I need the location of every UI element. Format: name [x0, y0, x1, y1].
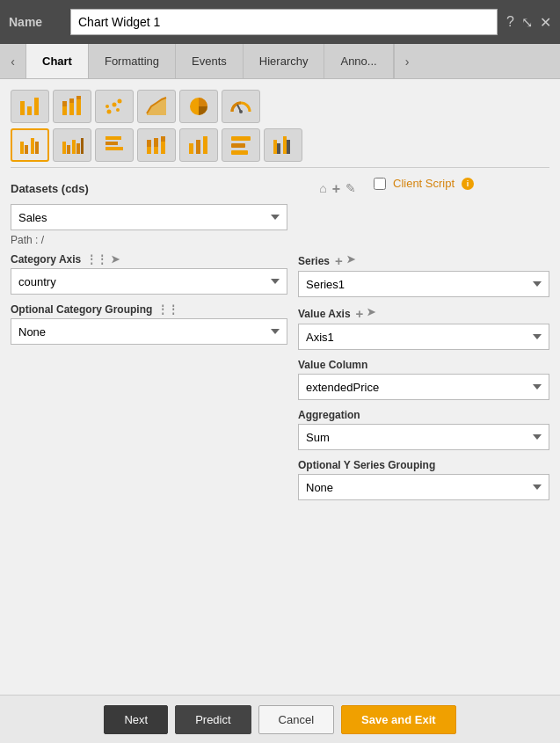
tab-right-arrow[interactable]: ›: [394, 44, 420, 78]
svg-rect-2: [34, 98, 39, 115]
optional-y-dropdown[interactable]: None country city: [298, 474, 549, 500]
chart-type-bar7[interactable]: [264, 128, 302, 162]
chart-type-bar3[interactable]: [95, 128, 134, 162]
client-script-checkbox[interactable]: [374, 178, 386, 190]
aggregation-dropdown[interactable]: Sum Count Average Min Max: [298, 424, 549, 450]
chart-type-scatter[interactable]: [95, 90, 134, 123]
datasets-label: Datasets (cds): [11, 182, 319, 195]
svg-point-11: [118, 99, 122, 104]
aggregation-label: Aggregation: [298, 409, 360, 421]
svg-rect-27: [105, 142, 118, 145]
value-axis-add-icon[interactable]: +: [356, 306, 364, 321]
svg-rect-21: [62, 142, 66, 154]
series-wrapper: Series1 Series2: [298, 271, 549, 297]
next-button[interactable]: Next: [104, 705, 168, 734]
chart-type-bar5[interactable]: [179, 128, 218, 162]
optional-y-label: Optional Y Series Grouping: [298, 459, 435, 471]
main-container: Name ? ⤡ ✕ ‹ Chart Formatting Events Hie…: [0, 0, 560, 743]
chart-type-row2: [11, 128, 549, 162]
svg-point-12: [105, 105, 109, 108]
svg-rect-39: [231, 143, 245, 148]
optional-cat-wrapper: None country city: [11, 318, 287, 345]
chart-type-bar6[interactable]: [222, 128, 260, 162]
datasets-home-icon[interactable]: ⌂: [319, 181, 326, 197]
value-axis-label: Value Axis: [298, 308, 351, 320]
series-add-icon[interactable]: +: [335, 253, 343, 268]
save-exit-button[interactable]: Save and Exit: [341, 705, 456, 734]
chart-type-bar[interactable]: [11, 90, 49, 123]
predict-button[interactable]: Predict: [175, 705, 251, 734]
datasets-select-wrapper: Sales: [11, 204, 287, 230]
svg-rect-4: [62, 101, 67, 106]
title-bar: Name ? ⤡ ✕: [0, 0, 560, 44]
help-icon[interactable]: ?: [506, 14, 514, 31]
chart-type-bar4[interactable]: [137, 128, 176, 162]
value-column-wrapper: extendedPrice quantity price: [298, 374, 549, 400]
svg-rect-40: [231, 150, 248, 155]
datasets-add-icon[interactable]: +: [332, 181, 340, 197]
svg-rect-38: [231, 136, 251, 141]
svg-rect-3: [62, 106, 67, 115]
optional-cat-tree-icon[interactable]: ⋮⋮: [157, 303, 178, 316]
close-icon[interactable]: ✕: [540, 14, 551, 31]
svg-rect-7: [76, 99, 81, 115]
value-axis-header: Value Axis + ➤: [298, 306, 549, 321]
tab-anno[interactable]: Anno...: [324, 44, 393, 78]
svg-rect-43: [283, 136, 287, 154]
tab-formatting[interactable]: Formatting: [89, 44, 176, 78]
path-row: Path : /: [11, 234, 549, 246]
value-column-header: Value Column: [298, 359, 549, 371]
series-arrow-icon[interactable]: ➤: [346, 253, 355, 268]
optional-y-wrapper: None country city: [298, 474, 549, 500]
optional-cat-label: Optional Category Grouping: [11, 303, 152, 316]
tab-events[interactable]: Events: [176, 44, 244, 78]
svg-rect-37: [203, 136, 207, 154]
svg-point-9: [107, 110, 112, 114]
svg-rect-24: [76, 143, 80, 154]
datasets-dropdown[interactable]: Sales: [11, 204, 287, 230]
widget-name-input[interactable]: [70, 9, 498, 35]
optional-cat-header: Optional Category Grouping ⋮⋮: [11, 303, 287, 316]
series-dropdown[interactable]: Series1 Series2: [298, 271, 549, 297]
value-axis-dropdown[interactable]: Axis1 Axis2: [298, 324, 549, 350]
series-icons: + ➤: [335, 253, 355, 268]
value-axis-arrow-icon[interactable]: ➤: [367, 306, 375, 321]
chart-type-pie[interactable]: [179, 90, 218, 123]
svg-rect-26: [105, 147, 123, 150]
right-column: Series + ➤ Series1 Series2 Value Axis: [298, 253, 549, 509]
resize-icon[interactable]: ⤡: [521, 14, 533, 31]
chart-type-bar2[interactable]: [53, 128, 91, 162]
client-script-label[interactable]: Client Script: [393, 177, 455, 190]
name-label: Name: [9, 15, 62, 29]
cancel-button[interactable]: Cancel: [258, 705, 334, 734]
chart-type-stacked[interactable]: [53, 90, 91, 123]
svg-point-10: [113, 103, 117, 107]
content-area: Datasets (cds) ⌂ + ✎ Client Script i Sal…: [0, 79, 560, 695]
datasets-edit-icon[interactable]: ✎: [345, 181, 356, 197]
value-column-dropdown[interactable]: extendedPrice quantity price: [298, 374, 549, 400]
category-axis-dropdown[interactable]: country city product: [11, 268, 287, 295]
chart-type-grouped-bar[interactable]: [11, 128, 49, 162]
left-column: Category Axis ⋮⋮ ➤ country city product: [11, 253, 287, 509]
chart-type-row1: [11, 90, 549, 123]
chart-type-area[interactable]: [137, 90, 176, 123]
optional-cat-dropdown[interactable]: None country city: [11, 318, 287, 345]
tab-chart[interactable]: Chart: [26, 44, 89, 78]
value-column-label: Value Column: [298, 359, 367, 371]
svg-point-13: [116, 108, 120, 112]
svg-rect-25: [81, 138, 84, 154]
chart-type-gauge[interactable]: [222, 90, 260, 123]
svg-rect-6: [69, 98, 74, 103]
svg-rect-18: [25, 145, 28, 154]
svg-rect-1: [27, 106, 32, 115]
category-axis-wrapper: country city product: [11, 268, 287, 295]
svg-rect-20: [35, 142, 39, 154]
svg-point-16: [239, 110, 243, 113]
tab-left-arrow[interactable]: ‹: [0, 44, 26, 78]
category-tree-icon[interactable]: ⋮⋮: [86, 253, 107, 266]
optional-cat-icons: ⋮⋮: [157, 303, 178, 316]
spacer: [298, 204, 549, 230]
tab-hierarchy[interactable]: Hierarchy: [244, 44, 325, 78]
category-arrow-icon[interactable]: ➤: [111, 253, 120, 266]
svg-rect-19: [31, 138, 34, 154]
